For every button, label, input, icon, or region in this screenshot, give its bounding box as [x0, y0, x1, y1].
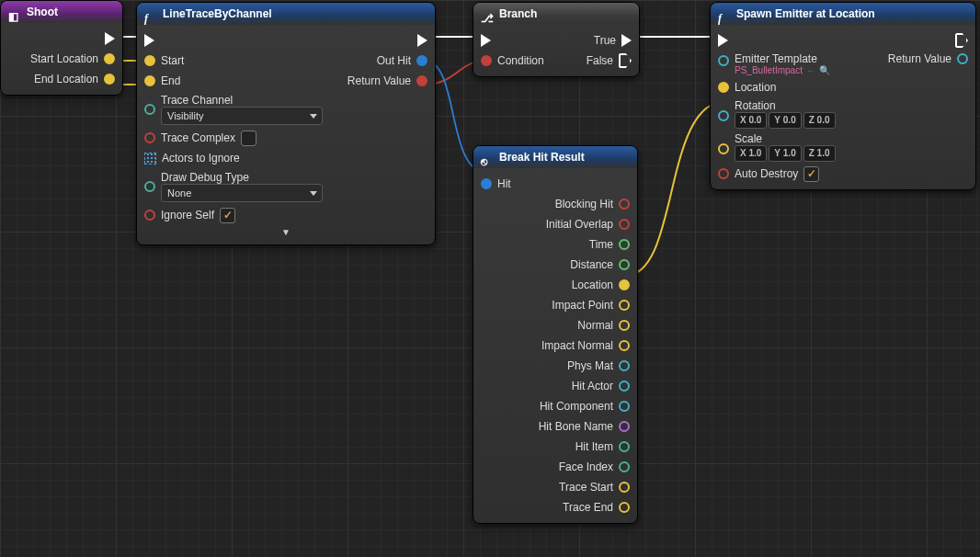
asset-browse-icon[interactable]: ← [806, 65, 815, 75]
function-icon: f [144, 7, 157, 20]
vector-pin[interactable] [144, 75, 155, 86]
node-title: Branch [499, 3, 537, 25]
pin-label: Initial Overlap [546, 218, 613, 231]
output-pin[interactable] [619, 239, 630, 250]
pin-label: Scale [735, 132, 836, 145]
node-title: Spawn Emitter at Location [736, 3, 875, 25]
checkbox[interactable] [220, 208, 235, 223]
exec-out-pin[interactable] [621, 34, 632, 47]
output-pin[interactable] [619, 320, 630, 331]
exec-in-pin[interactable] [144, 34, 154, 47]
node-header: ⎋Break Hit Result [473, 146, 637, 168]
pin-label: Emitter Template [735, 52, 830, 65]
pin-label: Return Value [888, 52, 952, 65]
output-pin[interactable] [619, 199, 630, 210]
pin-label: Out Hit [377, 54, 411, 67]
bool-pin[interactable] [481, 55, 492, 66]
pin-label: Hit Item [575, 440, 613, 453]
output-pin[interactable] [619, 300, 630, 311]
output-pin[interactable] [619, 381, 630, 392]
pin-label: Distance [570, 258, 613, 271]
node-title: LineTraceByChannel [163, 3, 272, 25]
output-pin[interactable] [619, 259, 630, 270]
enum-pin[interactable] [144, 181, 155, 192]
output-pin[interactable] [619, 401, 630, 412]
pin-label: Normal [577, 319, 613, 332]
pin-label: Impact Normal [541, 339, 613, 352]
vector-input[interactable]: X 0.0Y 0.0Z 0.0 [735, 112, 836, 129]
pin-label: Location [572, 278, 613, 291]
pin-label: Rotation [735, 99, 836, 112]
node-branch[interactable]: ⎇Branch True Condition False [473, 2, 640, 77]
checkbox[interactable] [803, 166, 819, 182]
bool-pin[interactable] [144, 132, 155, 143]
pin-label: Actors to Ignore [162, 152, 240, 165]
vector-pin[interactable] [104, 53, 115, 64]
node-shoot[interactable]: ◧Shoot Start Location End Location [0, 0, 123, 96]
vector-pin[interactable] [144, 55, 155, 66]
vector-input[interactable]: X 1.0Y 1.0Z 1.0 [735, 145, 836, 162]
pin-label: Face Index [559, 460, 613, 473]
object-pin[interactable] [957, 53, 968, 64]
exec-in-pin[interactable] [718, 34, 728, 47]
pin-label: Start Location [30, 52, 98, 65]
struct-pin[interactable] [416, 55, 427, 66]
output-pin[interactable] [619, 421, 630, 432]
asset-selector[interactable]: PS_BulletImpact←🔍 [735, 65, 830, 75]
pin-label: Impact Point [552, 299, 613, 312]
pin-label: Return Value [348, 74, 411, 87]
pin-label: Hit [497, 177, 511, 190]
enum-pin[interactable] [144, 104, 155, 115]
bool-pin[interactable] [416, 75, 427, 86]
exec-in-pin[interactable] [481, 34, 491, 47]
expand-toggle[interactable]: ▼ [144, 225, 427, 239]
struct-pin[interactable] [481, 178, 492, 189]
pin-label: Location [735, 81, 776, 94]
pin-label: Trace Start [559, 481, 613, 494]
exec-out-pin[interactable] [105, 32, 115, 45]
pin-label: Blocking Hit [555, 198, 613, 210]
exec-out-pin[interactable] [955, 33, 968, 48]
bool-pin[interactable] [144, 210, 155, 221]
vector-pin[interactable] [718, 143, 729, 154]
draw-debug-dropdown[interactable]: None [161, 184, 323, 202]
pin-label: Auto Destroy [735, 167, 798, 180]
output-pin[interactable] [619, 360, 630, 371]
node-title: Shoot [27, 1, 58, 23]
checkbox[interactable] [241, 131, 256, 146]
node-header: fLineTraceByChannel [137, 3, 435, 25]
object-pin[interactable] [718, 55, 729, 66]
exec-out-pin[interactable] [417, 34, 427, 47]
output-pin[interactable] [619, 502, 630, 513]
node-header: ◧Shoot [1, 1, 122, 23]
pin-label: Trace Channel [161, 94, 323, 107]
output-pin[interactable] [619, 482, 630, 493]
pin-label: End [161, 74, 180, 87]
output-pin[interactable] [619, 279, 630, 290]
pin-label: False [587, 54, 613, 67]
trace-channel-dropdown[interactable]: Visibility [161, 107, 323, 125]
vector-pin[interactable] [718, 82, 729, 93]
exec-out-pin[interactable] [619, 53, 632, 68]
node-spawn-emitter[interactable]: fSpawn Emitter at Location Emitter Templ… [710, 2, 976, 190]
bool-pin[interactable] [718, 168, 729, 179]
asset-find-icon[interactable]: 🔍 [819, 65, 830, 75]
node-header: fSpawn Emitter at Location [711, 3, 975, 25]
rotator-pin[interactable] [718, 110, 729, 121]
node-linetrace[interactable]: fLineTraceByChannel Start Out Hit End Re… [136, 2, 436, 245]
vector-pin[interactable] [104, 74, 115, 85]
node-break-hit[interactable]: ⎋Break Hit Result Hit Blocking HitInitia… [473, 145, 638, 524]
function-icon: f [718, 7, 731, 20]
output-pin[interactable] [619, 461, 630, 472]
output-pin[interactable] [619, 340, 630, 351]
event-icon: ◧ [8, 6, 21, 18]
break-icon: ⎋ [481, 151, 494, 164]
node-header: ⎇Branch [473, 3, 639, 25]
pin-label: Trace Complex [161, 131, 235, 144]
output-pin[interactable] [619, 219, 630, 230]
pin-label: Trace End [563, 501, 613, 514]
array-pin-icon[interactable] [144, 153, 156, 165]
pin-label: Draw Debug Type [161, 171, 323, 184]
output-pin[interactable] [619, 441, 630, 452]
node-title: Break Hit Result [499, 146, 585, 168]
